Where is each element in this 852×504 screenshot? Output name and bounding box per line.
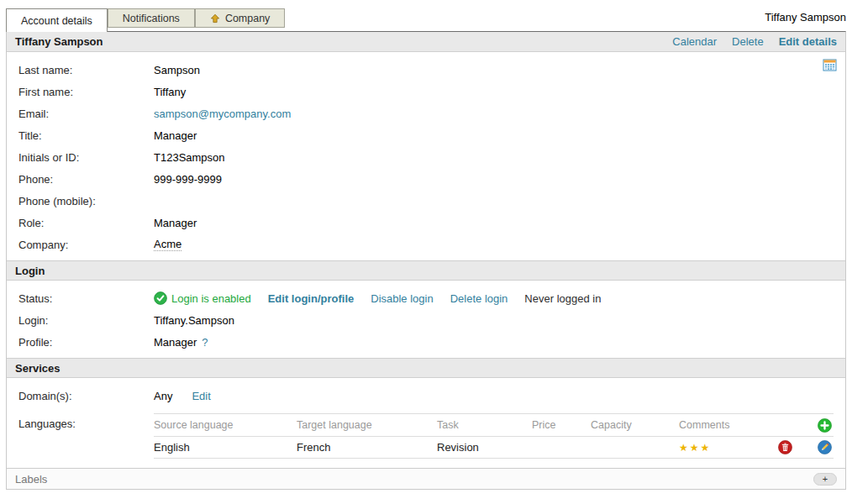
company-value: Acme [154,238,181,251]
account-fields-section: Last name: Sampson First name: Tiffany E… [7,52,845,260]
field-label: Phone (mobile): [18,195,154,207]
field-label: First name: [18,86,154,98]
calendar-link[interactable]: Calendar [672,35,717,48]
tab-company-label: Company [225,13,271,24]
never-logged-in-text: Never logged in [524,292,601,305]
tab-account-details-label: Account details [21,15,92,27]
languages-table-header: Source language Target language Task Pri… [154,414,834,437]
field-label: Role: [18,217,154,229]
col-capacity: Capacity [591,419,679,431]
login-section-header: Login [7,260,845,281]
languages-block: Languages: Source language Target langua… [7,413,845,459]
field-label: Profile: [18,336,154,349]
login-value: Tiffany.Sampson [154,314,234,327]
language-row: English French Revision ★★★ [154,437,834,459]
field-label: Title: [18,129,154,142]
add-label-button[interactable]: + [813,473,837,486]
cell-target: French [297,441,437,454]
panel-header: Tiffany Sampson Calendar Delete Edit det… [7,32,845,52]
col-source-language: Source language [154,419,297,431]
tab-bar: Account details Notifications Company Ti… [0,0,852,31]
current-user-name: Tiffany Sampson [765,8,846,24]
profile-help-link[interactable]: ? [202,336,208,349]
table-header-actions [778,418,834,433]
field-label: Status: [18,292,154,305]
tab-notifications[interactable]: Notifications [108,8,195,28]
field-label: Phone: [18,173,154,186]
disable-login-link[interactable]: Disable login [371,292,433,305]
field-label: Last name: [18,64,154,76]
col-comments: Comments [679,419,778,431]
add-language-icon[interactable] [818,418,832,433]
languages-table: Source language Target language Task Pri… [154,413,834,459]
field-row-email: Email: sampson@mycompany.com [7,102,845,124]
delete-link[interactable]: Delete [732,35,764,48]
profile-value: Manager [154,336,197,349]
check-circle-icon [154,291,167,305]
row-actions [778,440,834,454]
field-row-initials: Initials or ID: T123Sampson [7,146,845,168]
tab-account-details[interactable]: Account details [6,8,108,32]
labels-section-header: Labels + [7,468,845,489]
status-enabled: Login is enabled [154,291,251,305]
login-row: Login: Tiffany.Sampson [7,309,845,331]
labels-section-title: Labels [15,473,47,486]
field-row-role: Role: Manager [7,212,845,234]
login-section-title: Login [15,265,45,277]
field-value: T123Sampson [154,151,225,164]
cell-task: Revision [437,441,532,454]
field-label: Email: [18,108,154,120]
field-row-last-name: Last name: Sampson [7,59,845,81]
field-value: Manager [154,217,197,229]
tab-notifications-label: Notifications [123,13,180,24]
field-value: Manager [154,129,197,142]
field-label: Login: [18,314,154,327]
header-actions: Calendar Delete Edit details [672,35,837,48]
field-row-title: Title: Manager [7,124,845,146]
col-price: Price [532,419,591,431]
domains-value: Any [154,390,172,402]
field-value: Tiffany [154,86,186,98]
services-section-header: Services [7,358,845,378]
edit-login-profile-link[interactable]: Edit login/profile [268,292,355,305]
status-items: Login is enabled Edit login/profile Disa… [154,291,601,305]
profile-row: Profile: Manager ? [7,331,845,353]
delete-login-link[interactable]: Delete login [450,292,508,305]
account-details-panel: Tiffany Sampson Calendar Delete Edit det… [6,31,846,490]
field-value: Sampson [154,64,200,76]
languages-label: Languages: [18,413,154,430]
col-target-language: Target language [297,419,437,431]
domains-row: Domain(s): Any Edit [7,385,845,407]
login-section: Status: Login is enabled Edit login/prof… [7,281,845,358]
edit-language-icon[interactable] [818,440,832,454]
col-task: Task [437,419,532,431]
email-link[interactable]: sampson@mycompany.com [154,108,291,120]
domains-edit-link[interactable]: Edit [192,390,210,402]
field-label: Company: [18,239,154,251]
status-text: Login is enabled [171,292,251,305]
up-arrow-icon [210,13,220,24]
field-row-first-name: First name: Tiffany [7,81,845,102]
services-section-title: Services [15,362,60,375]
field-label: Domain(s): [18,390,154,402]
calendar-icon[interactable] [823,58,837,72]
field-row-company: Company: Acme [7,234,845,255]
page-title: Tiffany Sampson [15,35,103,48]
services-section: Domain(s): Any Edit Languages: Source la… [7,378,845,489]
status-row: Status: Login is enabled Edit login/prof… [7,287,845,309]
field-row-phone-mobile: Phone (mobile): [7,190,845,212]
tab-company[interactable]: Company [195,8,286,28]
field-value: 999-999-9999 [154,173,222,186]
comments-stars: ★★★ [679,442,778,454]
cell-source: English [154,441,297,454]
edit-details-link[interactable]: Edit details [779,35,837,48]
delete-language-icon[interactable] [778,440,792,454]
field-label: Initials or ID: [18,151,154,164]
field-row-phone: Phone: 999-999-9999 [7,168,845,190]
